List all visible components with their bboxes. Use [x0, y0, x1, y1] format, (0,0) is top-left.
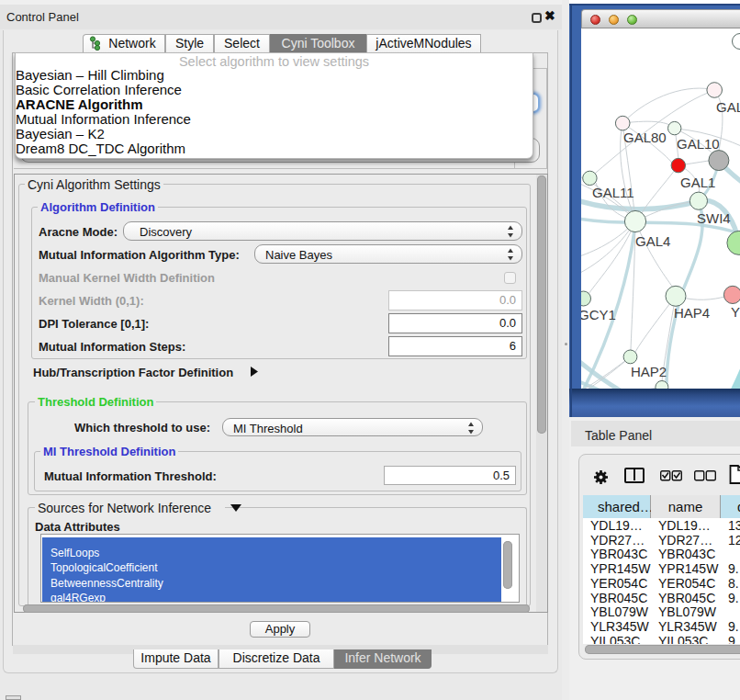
svg-text:GAL10: GAL10 — [677, 136, 720, 152]
svg-text:HAP4: HAP4 — [674, 305, 710, 321]
svg-text:GAL1: GAL1 — [680, 175, 715, 190]
svg-text:GAL2: GAL2 — [716, 99, 740, 115]
svg-text:GAL80: GAL80 — [623, 130, 667, 145]
svg-text:GCY1: GCY1 — [581, 307, 616, 322]
svg-text:Y: Y — [731, 304, 740, 320]
svg-text:GAL4: GAL4 — [635, 233, 670, 249]
svg-text:HAP2: HAP2 — [631, 364, 667, 379]
svg-text:SWI4: SWI4 — [697, 210, 731, 226]
svg-text:GAL11: GAL11 — [592, 185, 634, 200]
